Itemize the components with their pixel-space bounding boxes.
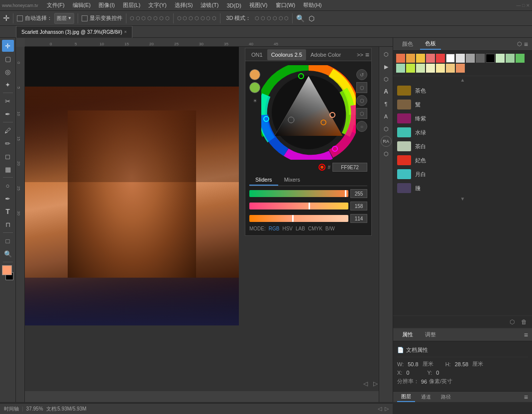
swatch-13[interactable] (396, 64, 405, 73)
tool-shape[interactable]: □ (2, 235, 14, 247)
color-list-item-7[interactable]: 黱 (393, 181, 532, 195)
color-list-item-5[interactable]: 妃色 (393, 153, 532, 167)
fg-color-swatch[interactable] (2, 265, 12, 275)
hex-input[interactable] (332, 163, 367, 172)
props-menu[interactable]: ≡ (524, 331, 528, 339)
swatch-4[interactable] (436, 54, 445, 63)
menu-item-image[interactable]: 图像(I) (95, 0, 118, 10)
harmony-icon[interactable] (249, 82, 260, 93)
tool-zoom[interactable]: 🔍 (2, 248, 14, 260)
menu-item-3d[interactable]: 3D(D) (223, 1, 244, 9)
complement-icon[interactable] (249, 69, 260, 80)
tab-layers[interactable]: 图层 (397, 392, 415, 402)
swatch-6[interactable] (456, 54, 465, 63)
tab-close-btn[interactable]: × (124, 29, 126, 34)
swatch-18[interactable] (446, 64, 455, 73)
canvas-scroll-right[interactable]: ▷ (373, 380, 378, 387)
tab-paths[interactable]: 路径 (437, 393, 455, 402)
ctrl-icon-4[interactable]: ⬡ (356, 108, 367, 119)
slider-1-track[interactable] (249, 190, 348, 197)
tool-eraser[interactable]: ◻ (2, 150, 14, 162)
color-wheel[interactable] (261, 65, 356, 160)
mode-bw[interactable]: B/W (325, 226, 335, 231)
crt-btn-7[interactable]: ⬡ (381, 123, 392, 134)
swatch-7[interactable] (466, 54, 475, 63)
crt-btn-2[interactable]: ▶ (381, 61, 392, 72)
right-tab-swatches[interactable]: 色板 (420, 38, 441, 50)
menu-item-layer[interactable]: 图层(L) (119, 0, 144, 10)
tool-gradient[interactable]: ▦ (2, 163, 14, 175)
color-list-item-2[interactable]: 绛紫 (393, 111, 532, 125)
tab-mixers[interactable]: Mixers (278, 175, 306, 186)
props-tab-adjust[interactable]: 调整 (420, 329, 441, 340)
tool-eyedropper[interactable]: ✒ (2, 108, 14, 120)
color-list-item-0[interactable]: 茶色 (393, 84, 532, 98)
crt-btn-ra[interactable]: RA (381, 136, 392, 147)
right-panel-expand[interactable]: ⬡ (517, 41, 522, 47)
swatch-5[interactable] (446, 54, 455, 63)
menu-item-file[interactable]: 文件(F) (43, 0, 68, 10)
swatch-16[interactable] (426, 64, 435, 73)
swatch-15[interactable] (416, 64, 425, 73)
swatch-3[interactable] (426, 54, 435, 63)
crt-btn-text[interactable]: A (381, 86, 392, 97)
swatch-17[interactable] (436, 64, 445, 73)
swatch-10[interactable] (496, 54, 505, 63)
tab-channels[interactable]: 通道 (417, 393, 435, 402)
show-transform-checkbox[interactable] (82, 15, 88, 21)
swatch-2[interactable] (416, 54, 425, 63)
menu-item-select[interactable]: 选择(S) (171, 0, 197, 10)
scroll-right-btn[interactable]: ▷ (385, 406, 389, 412)
right-tab-color[interactable]: 颜色 (397, 39, 418, 49)
auto-select-checkbox[interactable] (17, 15, 23, 21)
props-tab-properties[interactable]: 属性 (397, 329, 418, 340)
tool-brush[interactable]: 🖊 (2, 124, 14, 136)
mode-hsv[interactable]: HSV (282, 226, 293, 231)
tool-pen[interactable]: ✒ (2, 193, 14, 205)
color-list-item-6[interactable]: 月白 (393, 167, 532, 181)
tool-select-rect[interactable]: ▢ (2, 53, 14, 65)
menu-item-edit[interactable]: 编辑(E) (69, 0, 95, 10)
delete-swatch-btn[interactable]: 🗑 (519, 317, 529, 327)
tool-move[interactable]: ✛ (2, 40, 14, 52)
tool-text[interactable]: T (2, 206, 14, 217)
swatch-19[interactable] (456, 64, 465, 73)
mode-rgb[interactable]: RGB (269, 226, 280, 231)
swatch-14[interactable] (406, 64, 415, 73)
color-list-item-1[interactable]: 黧 (393, 98, 532, 111)
crt-btn-1[interactable]: ⬡ (381, 49, 392, 60)
color-list-item-4[interactable]: 茶白 (393, 139, 532, 153)
bottom-panel-menu[interactable]: ≡ (524, 393, 528, 401)
copy-swatch-btn[interactable]: ⬡ (507, 317, 517, 327)
color-list-scroll-down[interactable]: ▼ (393, 195, 532, 203)
layer-dropdown[interactable]: 图层 ▼ (54, 13, 74, 24)
slider-2-track[interactable] (249, 203, 348, 209)
crt-btn-9[interactable]: ⬡ (381, 148, 392, 159)
plugin-tab-on1[interactable]: ON1 (247, 49, 267, 60)
tool-dodge[interactable]: ○ (2, 180, 14, 192)
plugin-tab-coolorus[interactable]: Coolorus 2.5 (267, 49, 306, 60)
swatch-1[interactable] (406, 54, 415, 63)
swatch-9[interactable] (486, 54, 495, 63)
tool-lasso[interactable]: ◎ (2, 66, 14, 78)
brightness-icon[interactable]: ☀ (253, 98, 257, 104)
ctrl-icon-2[interactable]: ⬡ (356, 82, 367, 93)
canvas-scroll-left[interactable]: ◁ (363, 380, 368, 387)
tool-stamp[interactable]: ✏ (2, 137, 14, 149)
mode-cmyk[interactable]: CMYK (308, 226, 322, 231)
workspace-icon[interactable]: ⬡ (309, 14, 315, 22)
mode-lab[interactable]: LAB (296, 226, 305, 231)
crt-btn-5[interactable]: ¶ (381, 99, 392, 109)
ctrl-icon-1[interactable]: ↺ (356, 69, 367, 80)
menu-item-help[interactable]: 帮助(H) (300, 0, 325, 10)
document-tab[interactable]: Scarlett Johansson (3).jpg @ 37.9%(RGB/8… (16, 26, 132, 38)
tool-magic-wand[interactable]: ✦ (2, 79, 14, 91)
menu-item-text[interactable]: 文字(Y) (145, 0, 170, 10)
menu-item-window[interactable]: 窗口(W) (272, 0, 299, 10)
search-icon[interactable]: 🔍 (296, 14, 305, 22)
color-list-scroll-up[interactable]: ▲ (393, 76, 532, 84)
right-panel-menu[interactable]: ≡ (524, 40, 528, 48)
color-list-item-3[interactable]: 水绿 (393, 125, 532, 139)
plugin-tab-adobe-color[interactable]: Adobe Color (307, 49, 345, 60)
swatch-11[interactable] (506, 54, 515, 63)
